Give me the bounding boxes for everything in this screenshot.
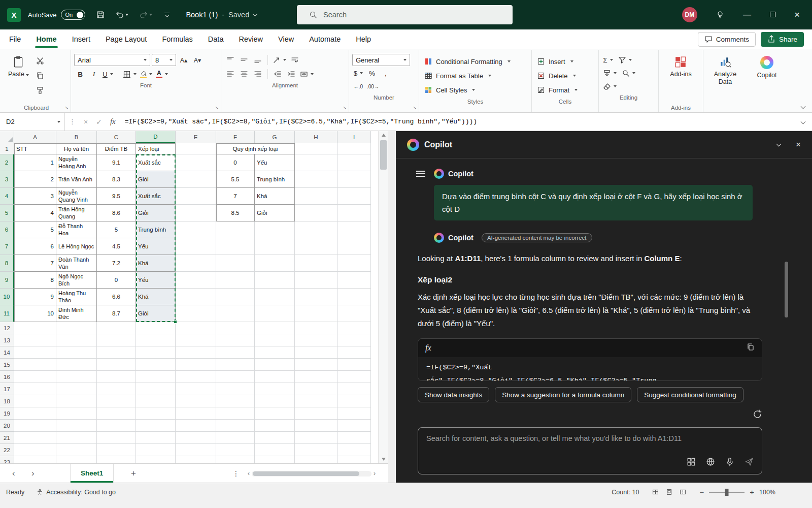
cell-G20[interactable] bbox=[255, 420, 295, 432]
menu-tab-file[interactable]: File bbox=[9, 29, 21, 49]
insert-cells-button[interactable]: Insert bbox=[535, 55, 595, 68]
cell-D11[interactable]: Giỏi bbox=[136, 305, 176, 322]
cell-B1[interactable]: Họ và tên bbox=[56, 143, 97, 154]
horizontal-scrollbar[interactable]: ‹ › bbox=[248, 470, 376, 477]
cell-D9[interactable]: Yếu bbox=[136, 272, 176, 289]
cell-F19[interactable] bbox=[216, 407, 255, 420]
avatar[interactable]: DM bbox=[682, 7, 697, 22]
menu-tab-automate[interactable]: Automate bbox=[309, 29, 341, 49]
cell-F8[interactable] bbox=[216, 255, 255, 272]
conditional-formatting-button[interactable]: Conditional Formatting bbox=[422, 55, 528, 68]
copilot-input[interactable]: Search for content, ask a question, or t… bbox=[418, 427, 762, 474]
cell-F20[interactable] bbox=[216, 420, 255, 432]
cell-B7[interactable]: Lê Hồng Ngọc bbox=[56, 238, 97, 255]
cell-E11[interactable] bbox=[176, 305, 216, 322]
send-icon[interactable] bbox=[745, 457, 754, 468]
cell-D5[interactable]: Giỏi bbox=[136, 205, 176, 221]
cell-G9[interactable] bbox=[255, 272, 295, 289]
column-header-A[interactable]: A bbox=[14, 131, 56, 143]
align-top-button[interactable] bbox=[224, 54, 236, 66]
cell-I4[interactable] bbox=[337, 188, 371, 205]
decrease-font-size-icon[interactable]: A▾ bbox=[191, 54, 204, 66]
cell-F3[interactable]: 5.5 bbox=[216, 171, 255, 188]
zoom-slider[interactable] bbox=[709, 492, 745, 493]
cell-D20[interactable] bbox=[136, 420, 176, 432]
cell-F6[interactable] bbox=[216, 221, 255, 238]
cell-A10[interactable]: 9 bbox=[14, 289, 56, 305]
cell-F1[interactable]: Quy định xếp loại bbox=[216, 143, 295, 154]
cell-I16[interactable] bbox=[337, 371, 371, 383]
font-name-select[interactable]: Arial bbox=[74, 54, 150, 66]
cell-E1[interactable] bbox=[176, 143, 216, 154]
cell-G14[interactable] bbox=[255, 346, 295, 359]
menu-tab-page-layout[interactable]: Page Layout bbox=[106, 29, 147, 49]
close-button[interactable]: × bbox=[794, 9, 800, 20]
analyze-data-button[interactable]: Analyze Data bbox=[707, 52, 743, 112]
fill-color-button[interactable] bbox=[139, 68, 153, 80]
cell-F16[interactable] bbox=[216, 371, 255, 383]
cell-C12[interactable] bbox=[97, 322, 136, 334]
cell-H13[interactable] bbox=[295, 334, 337, 346]
collapse-ribbon-icon[interactable] bbox=[801, 104, 806, 109]
row-header-13[interactable]: 13 bbox=[0, 334, 14, 346]
cell-D6[interactable]: Trung bình bbox=[136, 221, 176, 238]
cell-H12[interactable] bbox=[295, 322, 337, 334]
cell-E8[interactable] bbox=[176, 255, 216, 272]
cell-E5[interactable] bbox=[176, 205, 216, 221]
cell-B16[interactable] bbox=[56, 371, 97, 383]
cell-F4[interactable]: 7 bbox=[216, 188, 255, 205]
cell-B10[interactable]: Hoàng Thu Thảo bbox=[56, 289, 97, 305]
row-header-11[interactable]: 11 bbox=[0, 305, 14, 322]
cell-H16[interactable] bbox=[295, 371, 337, 383]
cell-E14[interactable] bbox=[176, 346, 216, 359]
cell-B18[interactable] bbox=[56, 395, 97, 407]
vertical-scrollbar[interactable] bbox=[378, 131, 388, 463]
cell-H4[interactable] bbox=[295, 188, 337, 205]
cell-D7[interactable]: Yếu bbox=[136, 238, 176, 255]
cell-A19[interactable] bbox=[14, 407, 56, 420]
cell-D4[interactable]: Xuất sắc bbox=[136, 188, 176, 205]
cell-C8[interactable]: 7.2 bbox=[97, 255, 136, 272]
cell-A13[interactable] bbox=[14, 334, 56, 346]
cell-B4[interactable]: Nguyễn Quang Vinh bbox=[56, 188, 97, 205]
cell-E6[interactable] bbox=[176, 221, 216, 238]
cell-F17[interactable] bbox=[216, 383, 255, 395]
cell-A2[interactable]: 1 bbox=[14, 154, 56, 171]
apps-icon[interactable] bbox=[687, 457, 696, 468]
font-size-select[interactable]: 8 bbox=[152, 54, 176, 66]
cell-I12[interactable] bbox=[337, 322, 371, 334]
cell-C17[interactable] bbox=[97, 383, 136, 395]
chat-menu-icon[interactable] bbox=[416, 171, 425, 177]
formula-bar-splitter[interactable]: ⋮ bbox=[65, 118, 80, 125]
cell-B19[interactable] bbox=[56, 407, 97, 420]
cell-H7[interactable] bbox=[295, 238, 337, 255]
cell-C18[interactable] bbox=[97, 395, 136, 407]
format-cells-button[interactable]: Format bbox=[535, 83, 595, 97]
name-box[interactable]: D2 bbox=[0, 113, 65, 131]
page-layout-view-icon[interactable] bbox=[666, 489, 672, 495]
refresh-icon[interactable] bbox=[753, 409, 762, 421]
cell-A15[interactable] bbox=[14, 359, 56, 371]
cell-A3[interactable]: 2 bbox=[14, 171, 56, 188]
menu-tab-home[interactable]: Home bbox=[36, 29, 56, 49]
cell-H5[interactable] bbox=[295, 205, 337, 221]
cell-G12[interactable] bbox=[255, 322, 295, 334]
format-painter-button[interactable] bbox=[34, 84, 46, 97]
decrease-indent-button[interactable] bbox=[272, 68, 284, 80]
cell-G13[interactable] bbox=[255, 334, 295, 346]
cell-F11[interactable] bbox=[216, 305, 255, 322]
autosave-toggle[interactable]: On bbox=[61, 10, 85, 20]
cell-H9[interactable] bbox=[295, 272, 337, 289]
cell-E20[interactable] bbox=[176, 420, 216, 432]
cell-F9[interactable] bbox=[216, 272, 255, 289]
cell-H8[interactable] bbox=[295, 255, 337, 272]
orientation-button[interactable] bbox=[272, 54, 287, 66]
increase-indent-button[interactable] bbox=[285, 68, 297, 80]
cell-F21[interactable] bbox=[216, 432, 255, 444]
number-dialog-launcher[interactable]: ↘ bbox=[413, 105, 417, 110]
cell-I6[interactable] bbox=[337, 221, 371, 238]
align-center-button[interactable] bbox=[238, 68, 250, 80]
cell-C3[interactable]: 8.3 bbox=[97, 171, 136, 188]
microphone-icon[interactable] bbox=[725, 457, 734, 468]
copy-button[interactable] bbox=[34, 70, 46, 82]
